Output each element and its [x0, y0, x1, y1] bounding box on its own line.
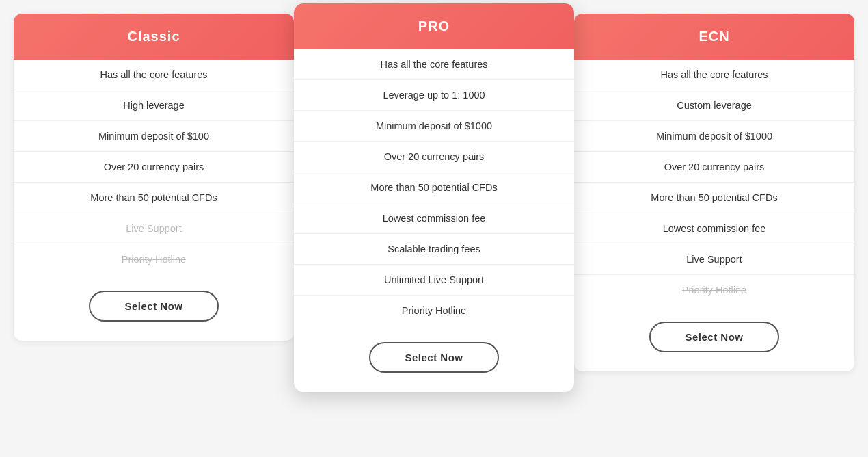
- plan-card-pro: PROHas all the core featuresLeverage up …: [294, 3, 574, 392]
- feature-item-pro-7: Unlimited Live Support: [294, 265, 574, 296]
- plan-title-pro: PRO: [308, 18, 560, 34]
- plans-container: ClassicHas all the core featuresHigh lev…: [14, 14, 854, 392]
- feature-item-ecn-0: Has all the core features: [574, 60, 854, 90]
- feature-item-pro-4: More than 50 potential CFDs: [294, 172, 574, 203]
- select-button-pro[interactable]: Select Now: [369, 342, 498, 373]
- feature-item-pro-5: Lowest commission fee: [294, 203, 574, 234]
- feature-item-ecn-1: Custom leverage: [574, 90, 854, 121]
- feature-item-ecn-2: Minimum deposit of $1000: [574, 121, 854, 152]
- plan-header-pro: PRO: [294, 3, 574, 49]
- feature-item-ecn-7: Priority Hotline: [574, 275, 854, 305]
- feature-item-pro-3: Over 20 currency pairs: [294, 142, 574, 172]
- plan-title-ecn: ECN: [588, 29, 841, 44]
- plan-features-ecn: Has all the core featuresCustom leverage…: [574, 60, 854, 305]
- feature-item-pro-8: Priority Hotline: [294, 296, 574, 326]
- select-button-ecn[interactable]: Select Now: [649, 322, 778, 352]
- feature-item-ecn-4: More than 50 potential CFDs: [574, 183, 854, 213]
- feature-item-classic-1: High leverage: [14, 90, 294, 121]
- feature-item-ecn-6: Live Support: [574, 244, 854, 275]
- feature-item-ecn-5: Lowest commission fee: [574, 213, 854, 244]
- plan-features-pro: Has all the core featuresLeverage up to …: [294, 49, 574, 326]
- plan-card-ecn: ECNHas all the core featuresCustom lever…: [574, 14, 854, 371]
- feature-item-classic-5: Live Support: [14, 213, 294, 244]
- select-button-classic[interactable]: Select Now: [89, 291, 218, 322]
- feature-item-classic-3: Over 20 currency pairs: [14, 152, 294, 183]
- feature-item-classic-6: Priority Hotline: [14, 244, 294, 274]
- plan-features-classic: Has all the core featuresHigh leverageMi…: [14, 60, 294, 274]
- plan-title-classic: Classic: [27, 29, 280, 44]
- plan-footer-ecn: Select Now: [574, 305, 854, 371]
- feature-item-pro-1: Leverage up to 1: 1000: [294, 80, 574, 111]
- feature-item-pro-6: Scalable trading fees: [294, 234, 574, 265]
- plan-footer-classic: Select Now: [14, 274, 294, 341]
- plan-header-classic: Classic: [14, 14, 294, 60]
- feature-item-classic-0: Has all the core features: [14, 60, 294, 90]
- plan-header-ecn: ECN: [574, 14, 854, 60]
- feature-item-pro-2: Minimum deposit of $1000: [294, 111, 574, 142]
- plan-footer-pro: Select Now: [294, 326, 574, 392]
- feature-item-pro-0: Has all the core features: [294, 49, 574, 80]
- feature-item-ecn-3: Over 20 currency pairs: [574, 152, 854, 183]
- plan-card-classic: ClassicHas all the core featuresHigh lev…: [14, 14, 294, 341]
- feature-item-classic-4: More than 50 potential CFDs: [14, 183, 294, 213]
- feature-item-classic-2: Minimum deposit of $100: [14, 121, 294, 152]
